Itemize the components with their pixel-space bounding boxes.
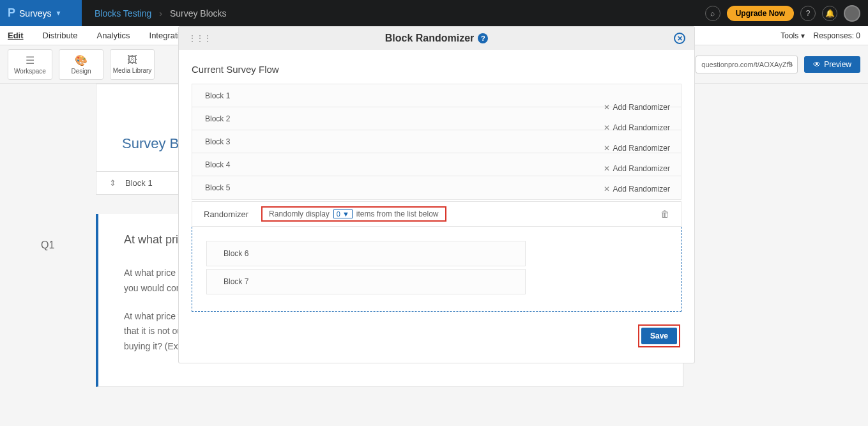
shuffle-icon: ✕ (604, 164, 610, 173)
save-button[interactable]: Save (641, 328, 677, 344)
add-randomizer-link[interactable]: ✕Add Randomizer (604, 164, 670, 173)
rand-prefix: Randomly display (269, 209, 330, 218)
modal-footer: Save (179, 312, 694, 363)
modal-title: Block Randomizer ? (179, 33, 694, 44)
randomizer-label: Randomizer (204, 209, 248, 219)
add-randomizer-link[interactable]: ✕Add Randomizer (604, 185, 670, 194)
chevron-down-icon: ▼ (342, 210, 349, 218)
randomizer-item[interactable]: Block 6 (206, 241, 526, 266)
randomizer-config-bar: Randomizer Randomly display 0 ▼ items fr… (192, 201, 681, 227)
save-highlight: Save (638, 324, 680, 347)
modal-overlay: ⋮⋮⋮ Block Randomizer ? ✕ Current Survey … (0, 0, 868, 426)
randomizer-item[interactable]: Block 7 (206, 269, 526, 294)
shuffle-icon: ✕ (604, 185, 610, 194)
help-icon[interactable]: ? (478, 33, 488, 43)
drag-handle-icon[interactable]: ⋮⋮⋮ (188, 33, 211, 43)
add-randomizer-link[interactable]: ✕Add Randomizer (604, 123, 670, 132)
shuffle-icon: ✕ (604, 103, 610, 112)
survey-flow-container: Block 1 Block 2 Block 3 Block 4 Block 5 … (192, 84, 681, 200)
shuffle-icon: ✕ (604, 144, 610, 153)
randomizer-items: Block 6 Block 7 (192, 227, 681, 312)
randomizer-config-highlight: Randomly display 0 ▼ items from the list… (261, 206, 446, 222)
rand-suffix: items from the list below (356, 209, 439, 218)
section-title: Current Survey Flow (192, 64, 681, 75)
rand-count-select[interactable]: 0 ▼ (333, 209, 353, 218)
modal-header: ⋮⋮⋮ Block Randomizer ? ✕ (179, 27, 694, 50)
shuffle-icon: ✕ (604, 123, 610, 132)
close-button[interactable]: ✕ (674, 33, 685, 44)
block-randomizer-modal: ⋮⋮⋮ Block Randomizer ? ✕ Current Survey … (179, 27, 694, 363)
add-randomizer-link[interactable]: ✕Add Randomizer (604, 144, 670, 153)
add-randomizer-link[interactable]: ✕Add Randomizer (604, 103, 670, 112)
delete-randomizer-button[interactable]: 🗑 (660, 209, 669, 219)
